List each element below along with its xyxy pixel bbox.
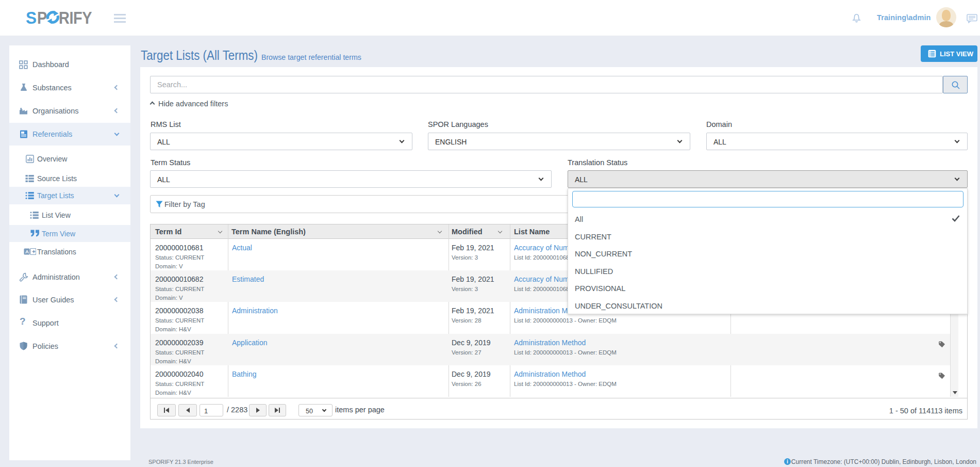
svg-text:S: S: [26, 8, 37, 27]
svg-text:RIFY: RIFY: [59, 8, 92, 28]
svg-text:✦: ✦: [32, 249, 36, 254]
svg-text:P: P: [37, 8, 47, 28]
svg-text:A: A: [25, 249, 29, 254]
